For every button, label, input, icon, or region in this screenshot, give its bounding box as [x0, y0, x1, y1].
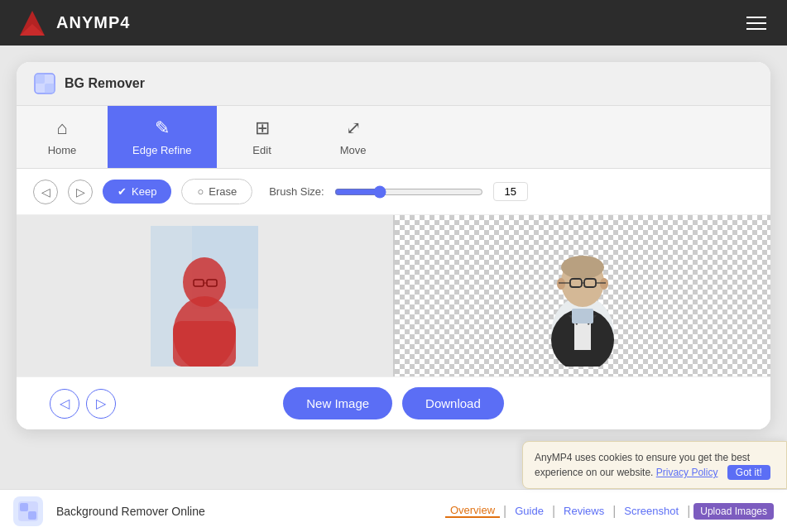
footer: Background Remover Online Overview | Gui… — [0, 489, 787, 532]
footer-nav-reviews[interactable]: Reviews — [559, 505, 609, 517]
svg-rect-30 — [28, 511, 36, 520]
footer-app-icon — [13, 496, 43, 526]
header: ANYMP4 — [0, 0, 787, 46]
tab-bar: ⌂ Home ✎ Edge Refine ⊞ Edit ⤢ Move — [17, 106, 770, 169]
undo-button[interactable]: ◁ — [33, 180, 58, 204]
bg-remover-icon — [33, 72, 56, 95]
got-it-button[interactable]: Got it! — [727, 465, 770, 480]
keep-label: Keep — [132, 185, 156, 198]
original-image — [151, 226, 258, 367]
move-icon: ⤢ — [346, 117, 361, 139]
brush-size-slider[interactable] — [334, 185, 483, 199]
tab-home[interactable]: ⌂ Home — [17, 106, 108, 168]
card-header: BG Remover — [17, 62, 770, 106]
prev-button[interactable]: ◁ — [50, 389, 79, 419]
download-button[interactable]: Download — [402, 387, 504, 419]
cookie-text: AnyMP4 uses cookies to ensure you get th… — [535, 452, 750, 478]
bottom-bar: ◁ ▷ New Image Download — [17, 376, 770, 429]
erase-icon: ○ — [197, 185, 204, 198]
footer-nav-screenshot[interactable]: Screenshot — [619, 505, 684, 517]
tab-move[interactable]: ⤢ Move — [308, 106, 399, 168]
svg-point-19 — [600, 278, 608, 290]
logo-icon — [17, 7, 48, 39]
bg-remover-card: BG Remover ⌂ Home ✎ Edge Refine ⊞ Edit ⤢… — [17, 62, 770, 429]
tab-edge-refine[interactable]: ✎ Edge Refine — [108, 106, 217, 168]
svg-point-17 — [561, 256, 604, 279]
footer-sep-1: | — [503, 504, 506, 519]
footer-nav: Overview | Guide | Reviews | Screenshot … — [445, 503, 774, 520]
edit-icon: ⊞ — [255, 117, 270, 139]
svg-rect-9 — [173, 321, 236, 367]
logo-text: ANYMP4 — [56, 13, 130, 32]
home-icon: ⌂ — [56, 117, 67, 139]
card-title: BG Remover — [65, 76, 145, 91]
bottom-bar-inner: ◁ ▷ New Image Download — [33, 387, 754, 419]
logo: ANYMP4 — [17, 7, 130, 39]
canvas-right — [395, 215, 771, 376]
result-image — [529, 226, 636, 367]
nav-buttons: ◁ ▷ — [50, 389, 116, 419]
footer-nav-overview[interactable]: Overview — [445, 504, 500, 518]
footer-title: Background Remover Online — [56, 505, 205, 518]
toolbar: ◁ ▷ ✔ Keep ○ Erase Brush Size: 15 — [17, 169, 770, 215]
svg-point-18 — [557, 278, 565, 290]
tab-move-label: Move — [340, 144, 367, 156]
canvas-area — [17, 215, 770, 376]
footer-icon-svg — [18, 501, 38, 521]
privacy-policy-link[interactable]: Privacy Policy — [656, 467, 718, 478]
edge-refine-icon: ✎ — [155, 117, 170, 139]
canvas-left — [17, 215, 393, 376]
erase-button[interactable]: ○ Erase — [181, 179, 252, 204]
svg-rect-4 — [45, 84, 55, 93]
action-buttons: New Image Download — [283, 387, 504, 419]
new-image-button[interactable]: New Image — [283, 387, 392, 419]
hamburger-menu[interactable] — [742, 12, 770, 34]
footer-sep-4: | — [687, 504, 690, 519]
brush-size-input[interactable]: 15 — [493, 182, 528, 201]
svg-rect-3 — [35, 74, 45, 84]
tab-home-label: Home — [48, 144, 77, 156]
keep-button[interactable]: ✔ Keep — [103, 180, 171, 204]
redo-button[interactable]: ▷ — [68, 180, 93, 204]
main-area: BG Remover ⌂ Home ✎ Edge Refine ⊞ Edit ⤢… — [0, 46, 787, 429]
erase-label: Erase — [209, 185, 237, 198]
keep-checkmark-icon: ✔ — [118, 185, 127, 198]
cookie-banner: AnyMP4 uses cookies to ensure you get th… — [522, 441, 787, 489]
footer-nav-upload[interactable]: Upload Images — [693, 503, 774, 520]
next-button[interactable]: ▷ — [86, 389, 116, 419]
footer-sep-3: | — [612, 504, 616, 519]
footer-nav-guide[interactable]: Guide — [510, 505, 549, 517]
tab-edge-refine-label: Edge Refine — [132, 144, 192, 156]
brush-size-label: Brush Size: — [269, 185, 324, 198]
tab-edit[interactable]: ⊞ Edit — [217, 106, 308, 168]
svg-point-8 — [183, 257, 226, 307]
svg-rect-27 — [572, 309, 593, 324]
svg-rect-29 — [20, 503, 28, 511]
tab-edit-label: Edit — [252, 144, 271, 156]
footer-sep-2: | — [552, 504, 555, 519]
